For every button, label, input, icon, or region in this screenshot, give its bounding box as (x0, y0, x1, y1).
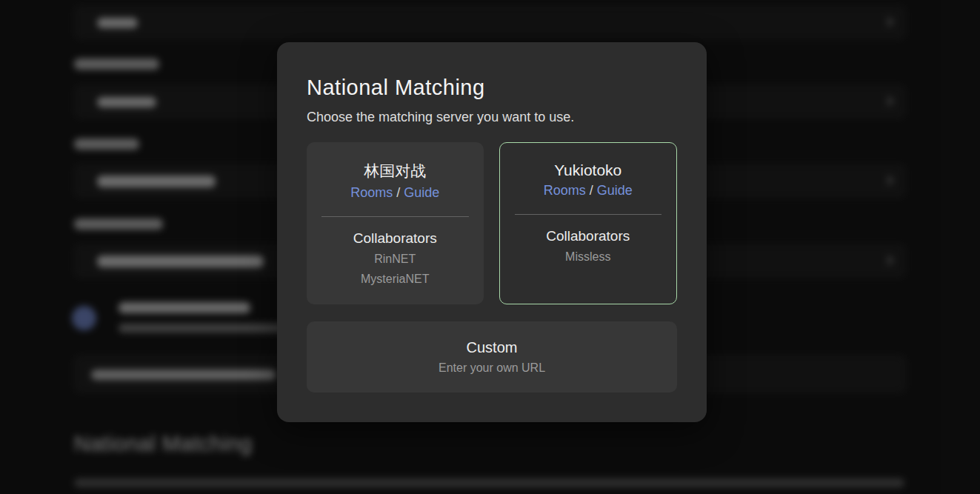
custom-card-title: Custom (467, 339, 518, 356)
custom-server-card[interactable]: Custom Enter your own URL (307, 321, 677, 393)
server-name: 林国对战 (307, 161, 484, 181)
server-card-yukiotoko[interactable]: Yukiotoko Rooms/Guide Collaborators Miss… (499, 142, 678, 304)
server-card-linguoduizhan[interactable]: 林国对战 Rooms/Guide Collaborators RinNET My… (307, 142, 484, 304)
custom-card-subtitle: Enter your own URL (439, 361, 545, 375)
server-links: Rooms/Guide (307, 185, 484, 201)
collaborators-list: Missless (500, 247, 677, 267)
dialog-title: National Matching (307, 73, 677, 101)
card-divider (515, 214, 662, 215)
server-links: Rooms/Guide (500, 183, 677, 198)
collaborators-list: RinNET MysteriaNET (307, 249, 484, 289)
national-matching-dialog: National Matching Choose the matching se… (277, 42, 707, 422)
link-separator: / (590, 183, 593, 198)
server-name: Yukiotoko (500, 161, 677, 179)
collaborators-label: Collaborators (307, 230, 484, 247)
collaborator: Missless (500, 247, 677, 267)
guide-link[interactable]: Guide (597, 183, 633, 198)
collaborator: MysteriaNET (307, 269, 484, 289)
dialog-subtitle: Choose the matching server you want to u… (307, 109, 677, 126)
rooms-link[interactable]: Rooms (350, 185, 393, 200)
rooms-link[interactable]: Rooms (544, 183, 586, 198)
card-divider (321, 216, 469, 217)
server-card-row: 林国对战 Rooms/Guide Collaborators RinNET My… (307, 142, 677, 304)
link-separator: / (396, 185, 400, 200)
guide-link[interactable]: Guide (404, 185, 439, 200)
collaborators-label: Collaborators (500, 228, 677, 244)
collaborator: RinNET (307, 249, 484, 269)
